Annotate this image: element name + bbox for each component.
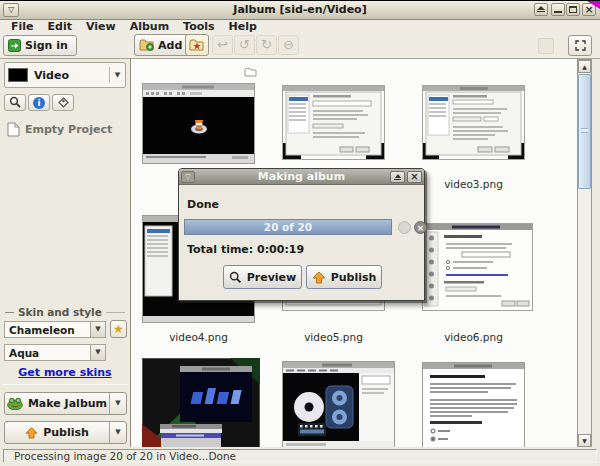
titlebar[interactable]: ▽ Jalbum [sid-en/Video] × <box>0 1 600 20</box>
menu-tools[interactable]: Tools <box>176 20 221 33</box>
remove-button-disabled[interactable]: ⊖ <box>278 35 299 55</box>
thumbnail-video3[interactable] <box>422 85 525 164</box>
fullscreen-icon <box>574 39 587 52</box>
scrollbar-grip <box>581 128 588 133</box>
make-album-button[interactable]: Make Jalbum ▼ <box>4 392 127 415</box>
shade-button[interactable] <box>534 3 548 16</box>
thumbnail-video2[interactable] <box>282 85 385 164</box>
scroll-up-button[interactable]: ▲ <box>578 60 591 73</box>
collapse-icon[interactable] <box>5 312 14 313</box>
publish-button[interactable]: Publish ▼ <box>4 421 127 444</box>
vertical-scrollbar[interactable]: ▲ ▼ <box>577 59 592 448</box>
info-button[interactable]: i <box>28 94 50 111</box>
menu-album[interactable]: Album <box>123 20 176 33</box>
skin-select[interactable]: Chameleon ▼ <box>4 321 106 338</box>
sign-in-icon <box>8 39 21 52</box>
style-select-value: Aqua <box>5 347 90 359</box>
statusbar: Processing image 20 of 20 in Video...Don… <box>0 447 600 466</box>
maximize-button[interactable] <box>566 3 580 16</box>
frog-icon <box>7 397 23 410</box>
scroll-down-button[interactable]: ▼ <box>578 434 591 447</box>
total-time-label: Total time: 0:00:19 <box>187 243 304 256</box>
chevron-down-icon[interactable]: ▼ <box>109 422 126 443</box>
skin-section-header[interactable]: Skin and style <box>5 306 125 318</box>
sidebar-divider <box>2 384 128 385</box>
tag-icon <box>57 96 70 109</box>
section-rule <box>106 312 125 313</box>
sidebar: Video ▼ i Empty Project Skin and style <box>0 59 131 448</box>
scrollbar-thumb[interactable] <box>578 74 591 189</box>
add-special-folder-button[interactable] <box>185 34 209 56</box>
menu-edit[interactable]: Edit <box>41 20 79 33</box>
add-button[interactable]: Add <box>134 34 190 56</box>
folder-selector[interactable]: Video ▼ <box>4 62 126 88</box>
status-text: Processing image 20 of 20 in Video...Don… <box>3 449 597 463</box>
menu-file[interactable]: File <box>4 20 41 33</box>
thumbnail-video6[interactable] <box>422 223 533 315</box>
folder-selector-label: Video <box>34 69 109 82</box>
thumbnail-video7[interactable] <box>142 358 260 448</box>
upload-arrow-icon <box>312 271 326 284</box>
toolbar: Sign in Add ↩ ↺ ↻ ⊖ <box>0 33 600 59</box>
sign-in-label: Sign in <box>25 39 68 52</box>
progress-bar: 20 of 20 <box>184 219 392 235</box>
menu-view[interactable]: View <box>79 20 123 33</box>
folder-badge-icon <box>244 62 257 81</box>
add-folder-icon <box>139 38 155 52</box>
minimize-button[interactable] <box>551 3 565 16</box>
image-tool-button-disabled[interactable] <box>538 38 554 54</box>
back-button-disabled[interactable]: ↩ <box>212 35 233 55</box>
publish-label: Publish <box>43 426 89 439</box>
rotate-left-button-disabled[interactable]: ↺ <box>234 35 255 55</box>
folder-thumbnail <box>8 68 28 82</box>
thumbnail-label: video3.png <box>406 178 541 190</box>
get-more-skins-link[interactable]: Get more skins <box>0 366 130 379</box>
stop-button[interactable]: × <box>414 221 427 234</box>
keywords-button[interactable] <box>52 94 74 111</box>
skin-section-title: Skin and style <box>18 306 102 318</box>
desktop-corner <box>587 1 600 9</box>
rotate-right-button-disabled[interactable]: ↻ <box>256 35 277 55</box>
search-icon <box>9 96 22 109</box>
window-title: Jalbum [sid-en/Video] <box>0 1 600 19</box>
pause-button-disabled[interactable] <box>398 221 411 234</box>
thumbnail-label: video6.png <box>406 331 541 343</box>
chevron-down-icon[interactable]: ▼ <box>110 71 125 79</box>
tree-item-empty-project[interactable]: Empty Project <box>7 122 112 137</box>
tree-item-label: Empty Project <box>25 123 112 136</box>
preview-magnifier-icon <box>229 271 242 284</box>
maximize-icon <box>569 6 577 13</box>
publish-main[interactable]: Publish <box>5 422 109 443</box>
jalbum-window: ▽ Jalbum [sid-en/Video] × File Edit View… <box>0 0 600 466</box>
chevron-down-icon[interactable]: ▼ <box>90 322 105 337</box>
dialog-status-label: Done <box>187 198 219 211</box>
shade-icon <box>537 6 545 10</box>
chevron-down-icon[interactable]: ▼ <box>90 345 105 360</box>
dialog-titlebar[interactable]: ▽ Making album × <box>179 169 424 185</box>
thumbnail-video1[interactable] <box>142 83 255 168</box>
progress-text: 20 of 20 <box>264 221 312 233</box>
info-icon: i <box>33 97 45 109</box>
sign-in-button[interactable]: Sign in <box>3 35 77 56</box>
menu-help[interactable]: Help <box>222 20 264 33</box>
search-button[interactable] <box>4 94 26 111</box>
style-select[interactable]: Aqua ▼ <box>4 344 106 361</box>
dialog-close-button[interactable]: × <box>407 171 422 183</box>
shade-icon <box>395 174 401 178</box>
preview-button[interactable]: Preview <box>223 265 302 289</box>
fullscreen-button[interactable] <box>568 35 592 56</box>
preview-label: Preview <box>247 271 297 284</box>
making-album-dialog: ▽ Making album × Done 20 of 20 × Total t… <box>178 168 425 301</box>
chevron-down-icon[interactable]: ▼ <box>109 393 126 414</box>
add-label: Add <box>158 39 182 52</box>
make-album-main[interactable]: Make Jalbum <box>5 393 109 414</box>
favorite-skin-button[interactable]: ★ <box>110 320 127 338</box>
thumbnail-video9[interactable] <box>422 362 525 448</box>
thumbnail-label: video4.png <box>131 331 266 343</box>
folder-star-icon <box>189 38 205 52</box>
thumbnail-video8[interactable] <box>282 361 395 448</box>
dialog-publish-button[interactable]: Publish <box>306 265 382 289</box>
shade-icon-bar <box>537 11 545 12</box>
dialog-shade-button[interactable] <box>390 171 405 183</box>
dialog-title: Making album <box>179 169 424 185</box>
